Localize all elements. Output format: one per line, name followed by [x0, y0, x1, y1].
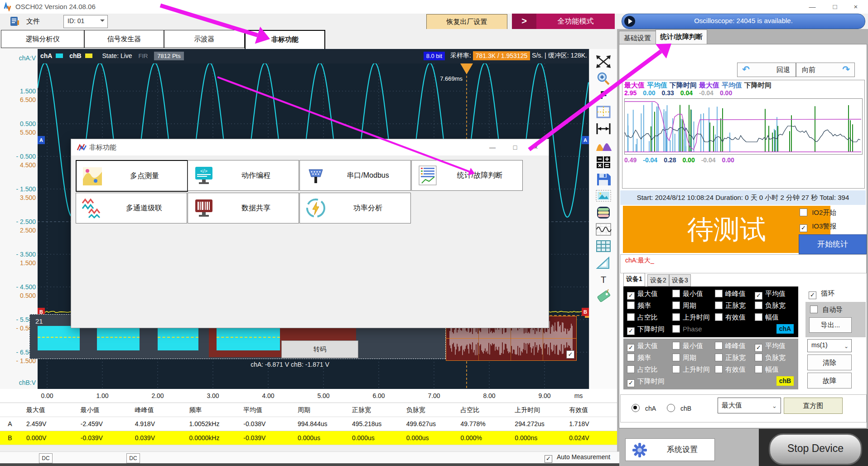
time-unit-select[interactable]: ms(1) ⌄	[807, 339, 852, 352]
measure-option-平均值[interactable]: ✓平均值	[755, 342, 786, 352]
tab-0[interactable]: 逻辑分析仪	[1, 30, 84, 48]
device-id-select[interactable]: ID: 01	[63, 15, 108, 28]
measure-option-checkbox[interactable]: ✓	[627, 379, 635, 387]
file-menu[interactable]: 文件	[6, 15, 56, 28]
measure-option-幅值[interactable]: 幅值	[755, 365, 779, 374]
measure-option-checkbox[interactable]	[627, 354, 635, 361]
measure-option-上升时间[interactable]: 上升时间	[672, 313, 710, 322]
start-statistics-button[interactable]: 开始统计	[799, 234, 867, 254]
factory-reset-button[interactable]: 恢复出厂设置	[426, 14, 507, 29]
right-tab-1[interactable]: 统计/故障判断	[656, 29, 707, 45]
auto-measurement-toggle[interactable]: ✓ Auto Measurement	[545, 453, 610, 463]
dialog-maximize-button[interactable]: □	[506, 141, 524, 154]
measure-option-checkbox[interactable]	[715, 365, 723, 373]
measure-option-checkbox[interactable]	[672, 354, 680, 361]
measure-option-checkbox[interactable]	[715, 354, 723, 361]
histogram-icon[interactable]	[595, 138, 612, 153]
io3-checkbox[interactable]: ✓	[800, 224, 807, 232]
chb-coupling-indicator[interactable]: DC	[126, 453, 140, 463]
zoom-in-icon[interactable]	[595, 71, 612, 86]
measure-option-最小值[interactable]: 最小值	[672, 290, 703, 298]
measure-option-checkbox[interactable]	[715, 301, 723, 309]
dialog-button-1[interactable]: </>动作编程	[188, 160, 299, 191]
measure-option-checkbox[interactable]	[672, 290, 680, 297]
cha-coupling-indicator[interactable]: DC	[39, 453, 53, 463]
measure-option-checkbox[interactable]: ✓	[627, 327, 635, 335]
fullscreen-icon[interactable]	[595, 54, 612, 69]
fir-label[interactable]: FIR	[139, 53, 148, 59]
segment-thumbnail[interactable]	[158, 326, 198, 350]
measure-option-checkbox[interactable]	[672, 301, 680, 309]
math-tiles-icon[interactable]	[595, 155, 612, 170]
dialog-button-6[interactable]: 功率分析	[299, 193, 411, 223]
auto-export-toggle[interactable]: 自动导	[810, 306, 843, 314]
measure-option-频率[interactable]: 频率	[627, 354, 651, 362]
measure-option-下降时间[interactable]: ✓下降时间	[627, 377, 665, 387]
cha-label[interactable]: chA	[40, 52, 52, 59]
dialog-button-3[interactable]: 统计/故障判断	[411, 160, 523, 191]
measure-option-checkbox[interactable]	[755, 365, 762, 373]
measure-option-上升时间[interactable]: 上升时间	[672, 365, 710, 374]
measure-option-平均值[interactable]: ✓平均值	[755, 290, 786, 300]
measure-option-最大值[interactable]: ✓最大值	[627, 342, 658, 352]
measure-option-checkbox[interactable]	[672, 342, 680, 350]
measure-option-checkbox[interactable]	[672, 313, 680, 321]
segment-thumbnail[interactable]	[38, 326, 80, 350]
measure-option-checkbox[interactable]	[627, 365, 635, 373]
preview-checkbox[interactable]: ✓	[566, 350, 574, 359]
measure-option-checkbox[interactable]	[755, 301, 762, 309]
chb-label[interactable]: chB	[69, 52, 81, 59]
measure-option-Phase[interactable]: Phase	[672, 325, 702, 333]
align-grid-icon[interactable]	[595, 105, 612, 119]
measure-option-最小值[interactable]: 最小值	[672, 342, 703, 350]
loop-checkbox[interactable]: ✓	[809, 291, 816, 299]
device-tab-1[interactable]: 设备1	[623, 273, 645, 286]
measure-option-checkbox[interactable]: ✓	[755, 344, 762, 352]
dialog-close-button[interactable]: ×	[527, 141, 545, 154]
system-settings-button[interactable]: 系统设置	[625, 438, 715, 461]
device-tab-2[interactable]: 设备2	[647, 274, 669, 286]
stop-device-button[interactable]: Stop Device	[769, 433, 862, 465]
close-button[interactable]: ×	[845, 0, 866, 13]
measure-option-正脉宽[interactable]: 正脉宽	[715, 301, 746, 310]
tab-1[interactable]: 信号发生器	[84, 30, 164, 48]
loop-toggle[interactable]: ✓ 循环	[809, 289, 834, 299]
full-function-mode-button[interactable]: > 全功能模式	[512, 14, 615, 29]
measure-option-频率[interactable]: 频率	[627, 301, 651, 310]
measure-option-checkbox[interactable]	[715, 313, 723, 321]
measure-option-checkbox[interactable]	[672, 365, 680, 373]
waveform-icon[interactable]	[595, 222, 612, 237]
transcode-button[interactable]: 转码	[281, 340, 358, 358]
measure-option-负脉宽[interactable]: 负脉宽	[755, 354, 786, 362]
tab-3[interactable]: 非标功能	[245, 30, 325, 50]
measure-option-checkbox[interactable]: ✓	[627, 292, 635, 300]
io2-checkbox[interactable]	[800, 209, 807, 216]
forward-button[interactable]: 向前 ↷	[796, 63, 855, 77]
dialog-button-4[interactable]: 多通道级联	[76, 193, 187, 223]
histogram-button[interactable]: 直方图	[784, 398, 843, 414]
io2-start-toggle[interactable]: IO2开始	[800, 209, 836, 217]
dialog-button-5[interactable]: 数据共享	[188, 193, 299, 223]
measure-option-幅值[interactable]: 幅值	[755, 313, 779, 322]
minimize-button[interactable]: —	[802, 0, 823, 13]
chb-radio[interactable]: chB	[667, 404, 691, 412]
chb-radio-circle[interactable]	[667, 404, 675, 412]
measure-option-checkbox[interactable]: ✓	[627, 344, 635, 352]
dialog-button-2[interactable]: 串口/Modbus	[299, 160, 411, 191]
cha-radio[interactable]: chA	[632, 404, 656, 412]
f-label-icon[interactable]: F	[595, 88, 612, 102]
measure-option-下降时间[interactable]: ✓下降时间	[627, 325, 665, 335]
measure-option-占空比[interactable]: 占空比	[627, 313, 658, 322]
measure-option-有效值[interactable]: 有效值	[715, 313, 746, 322]
io3-alarm-toggle[interactable]: ✓ IO3警报	[800, 222, 836, 232]
measure-option-周期[interactable]: 周期	[672, 301, 696, 310]
measure-option-有效值[interactable]: 有效值	[715, 365, 746, 374]
measure-option-checkbox[interactable]	[715, 342, 723, 350]
clear-button[interactable]: 清除	[807, 354, 852, 370]
measure-option-checkbox[interactable]	[755, 313, 762, 321]
measure-option-checkbox[interactable]: ✓	[755, 292, 762, 300]
measure-option-checkbox[interactable]	[672, 325, 680, 333]
maximize-button[interactable]: □	[825, 0, 845, 13]
fault-button[interactable]: 故障	[807, 373, 852, 388]
layers-icon[interactable]	[595, 205, 612, 220]
